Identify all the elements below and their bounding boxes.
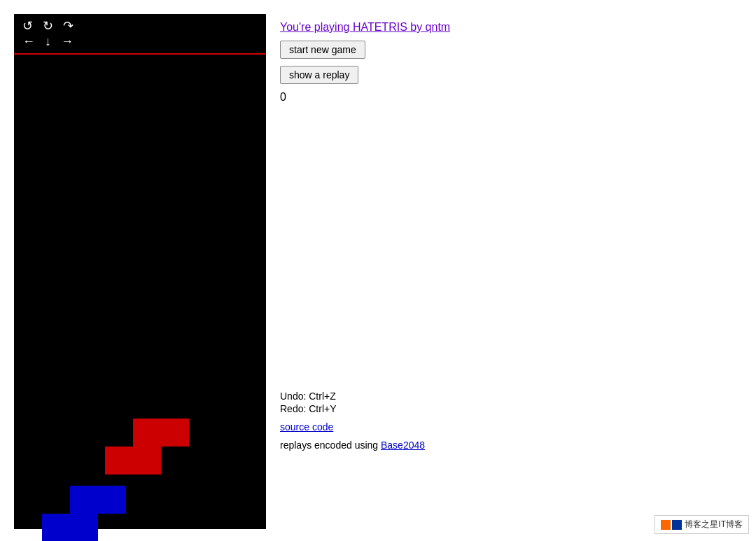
logo-blue-box: [672, 520, 682, 530]
move-right-icon: →: [61, 35, 74, 48]
rotate-ccw-icon: ↺: [22, 20, 33, 32]
rotate-180-icon: ↷: [63, 20, 74, 32]
start-new-game-button[interactable]: start new game: [280, 41, 365, 59]
logo-orange-box: [661, 520, 671, 530]
move-row: ← ↓ →: [22, 35, 74, 48]
undo-shortcut: Undo: Ctrl+Z: [280, 391, 337, 402]
shortcuts-info: Undo: Ctrl+Z Redo: Ctrl+Y: [280, 391, 337, 414]
rotate-cw-icon: ↻: [43, 20, 53, 32]
watermark: 博客之星IT博客: [654, 515, 749, 534]
game-canvas: [14, 53, 266, 529]
red-piece-top: [133, 419, 189, 447]
base2048-link[interactable]: Base2048: [381, 440, 425, 451]
watermark-text: 博客之星IT博客: [685, 519, 743, 531]
title-link[interactable]: You're playing HATETRIS by qntm: [280, 21, 450, 34]
move-down-icon: ↓: [45, 35, 51, 48]
game-area: ↺ ↻ ↷ ← ↓ →: [14, 14, 266, 529]
replay-info-text: replays encoded using: [280, 440, 381, 451]
replay-info-line: replays encoded using Base2048: [280, 440, 425, 451]
watermark-logo: [661, 520, 682, 530]
sidebar: You're playing HATETRIS by qntm start ne…: [280, 14, 450, 451]
blue-piece-top: [70, 486, 126, 514]
show-replay-button[interactable]: show a replay: [280, 66, 358, 84]
blue-piece-bottom: [42, 514, 98, 541]
rotate-controls: ↺ ↻ ↷ ← ↓ →: [22, 20, 74, 48]
source-code-link[interactable]: source code: [280, 421, 333, 433]
redo-shortcut: Redo: Ctrl+Y: [280, 403, 337, 414]
score-display: 0: [280, 91, 286, 104]
controls-bar: ↺ ↻ ↷ ← ↓ →: [14, 14, 266, 53]
red-piece-bottom: [105, 447, 161, 475]
rotate-row: ↺ ↻ ↷: [22, 20, 74, 32]
move-left-icon: ←: [22, 35, 35, 48]
